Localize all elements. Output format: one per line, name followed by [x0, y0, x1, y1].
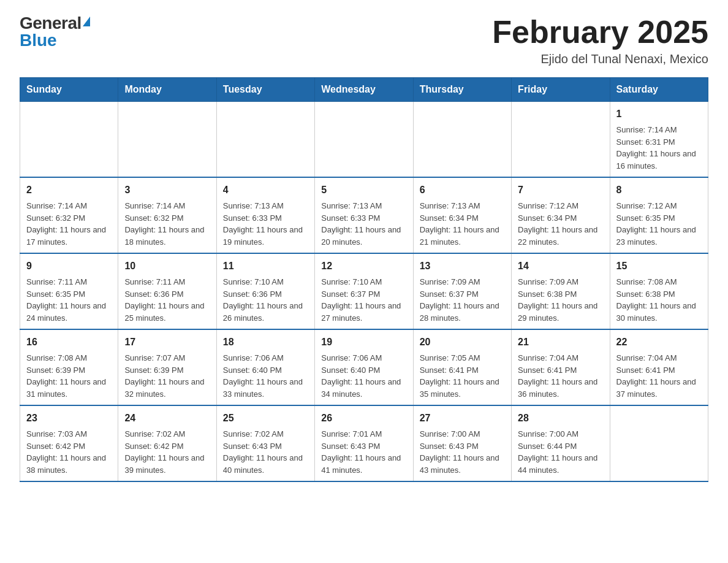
day-info: Sunrise: 7:04 AM Sunset: 6:41 PM Dayligh…	[616, 352, 702, 400]
day-number: 15	[616, 259, 702, 274]
weekday-header-sunday: Sunday	[20, 78, 118, 102]
day-info: Sunrise: 7:00 AM Sunset: 6:44 PM Dayligh…	[518, 428, 603, 476]
day-info: Sunrise: 7:02 AM Sunset: 6:42 PM Dayligh…	[124, 428, 210, 476]
day-info: Sunrise: 7:01 AM Sunset: 6:43 PM Dayligh…	[321, 428, 406, 476]
calendar-cell: 19Sunrise: 7:06 AM Sunset: 6:40 PM Dayli…	[315, 329, 413, 405]
day-number: 19	[321, 335, 406, 350]
day-info: Sunrise: 7:08 AM Sunset: 6:39 PM Dayligh…	[26, 352, 112, 400]
day-number: 5	[321, 183, 406, 197]
day-number: 6	[420, 183, 505, 197]
day-number: 20	[420, 335, 505, 350]
calendar-cell: 20Sunrise: 7:05 AM Sunset: 6:41 PM Dayli…	[413, 329, 511, 405]
logo: General Blue	[20, 15, 90, 49]
calendar-cell: 28Sunrise: 7:00 AM Sunset: 6:44 PM Dayli…	[512, 405, 610, 481]
calendar-cell: 23Sunrise: 7:03 AM Sunset: 6:42 PM Dayli…	[20, 405, 118, 481]
calendar-cell: 1Sunrise: 7:14 AM Sunset: 6:31 PM Daylig…	[610, 102, 708, 178]
calendar-cell: 5Sunrise: 7:13 AM Sunset: 6:33 PM Daylig…	[315, 177, 413, 253]
calendar-cell: 13Sunrise: 7:09 AM Sunset: 6:37 PM Dayli…	[413, 253, 511, 329]
day-info: Sunrise: 7:08 AM Sunset: 6:38 PM Dayligh…	[616, 276, 702, 324]
day-number: 13	[420, 259, 505, 274]
day-number: 8	[616, 183, 702, 197]
calendar-cell: 2Sunrise: 7:14 AM Sunset: 6:32 PM Daylig…	[20, 177, 118, 253]
calendar-cell: 15Sunrise: 7:08 AM Sunset: 6:38 PM Dayli…	[610, 253, 708, 329]
day-info: Sunrise: 7:10 AM Sunset: 6:37 PM Dayligh…	[321, 276, 406, 324]
calendar-cell	[610, 405, 708, 481]
calendar-cell: 7Sunrise: 7:12 AM Sunset: 6:34 PM Daylig…	[512, 177, 610, 253]
day-info: Sunrise: 7:05 AM Sunset: 6:41 PM Dayligh…	[420, 352, 505, 400]
day-info: Sunrise: 7:02 AM Sunset: 6:43 PM Dayligh…	[223, 428, 308, 476]
calendar-cell: 9Sunrise: 7:11 AM Sunset: 6:35 PM Daylig…	[20, 253, 118, 329]
day-number: 16	[26, 335, 112, 350]
calendar-cell	[216, 102, 314, 178]
day-number: 21	[518, 335, 603, 350]
day-info: Sunrise: 7:14 AM Sunset: 6:32 PM Dayligh…	[124, 200, 210, 248]
day-info: Sunrise: 7:03 AM Sunset: 6:42 PM Dayligh…	[26, 428, 112, 476]
calendar-cell	[315, 102, 413, 178]
calendar-week-row: 9Sunrise: 7:11 AM Sunset: 6:35 PM Daylig…	[20, 253, 708, 329]
logo-triangle-icon	[83, 17, 90, 26]
logo-blue-text: Blue	[20, 32, 57, 49]
day-number: 3	[124, 183, 210, 197]
day-number: 1	[616, 107, 702, 121]
day-number: 14	[518, 259, 603, 274]
weekday-header-saturday: Saturday	[610, 78, 708, 102]
calendar-cell	[118, 102, 216, 178]
day-number: 10	[124, 259, 210, 274]
day-number: 23	[26, 411, 112, 426]
calendar-week-row: 1Sunrise: 7:14 AM Sunset: 6:31 PM Daylig…	[20, 102, 708, 178]
day-info: Sunrise: 7:07 AM Sunset: 6:39 PM Dayligh…	[124, 352, 210, 400]
calendar-cell: 17Sunrise: 7:07 AM Sunset: 6:39 PM Dayli…	[118, 329, 216, 405]
weekday-header-wednesday: Wednesday	[315, 78, 413, 102]
month-title: February 2025	[492, 15, 708, 50]
day-number: 4	[223, 183, 308, 197]
calendar-cell: 16Sunrise: 7:08 AM Sunset: 6:39 PM Dayli…	[20, 329, 118, 405]
day-info: Sunrise: 7:13 AM Sunset: 6:33 PM Dayligh…	[321, 200, 406, 248]
title-area: February 2025 Ejido del Tunal Nenaxi, Me…	[492, 15, 708, 66]
calendar-week-row: 16Sunrise: 7:08 AM Sunset: 6:39 PM Dayli…	[20, 329, 708, 405]
day-number: 27	[420, 411, 505, 426]
calendar-cell: 6Sunrise: 7:13 AM Sunset: 6:34 PM Daylig…	[413, 177, 511, 253]
day-info: Sunrise: 7:10 AM Sunset: 6:36 PM Dayligh…	[223, 276, 308, 324]
calendar-header: SundayMondayTuesdayWednesdayThursdayFrid…	[20, 78, 708, 102]
weekday-header-friday: Friday	[512, 78, 610, 102]
calendar-week-row: 23Sunrise: 7:03 AM Sunset: 6:42 PM Dayli…	[20, 405, 708, 481]
calendar-cell	[512, 102, 610, 178]
day-number: 2	[26, 183, 112, 197]
day-number: 17	[124, 335, 210, 350]
calendar-cell: 3Sunrise: 7:14 AM Sunset: 6:32 PM Daylig…	[118, 177, 216, 253]
calendar-cell: 18Sunrise: 7:06 AM Sunset: 6:40 PM Dayli…	[216, 329, 314, 405]
calendar-cell: 12Sunrise: 7:10 AM Sunset: 6:37 PM Dayli…	[315, 253, 413, 329]
calendar-body: 1Sunrise: 7:14 AM Sunset: 6:31 PM Daylig…	[20, 102, 708, 482]
header: General Blue February 2025 Ejido del Tun…	[20, 15, 708, 66]
day-number: 11	[223, 259, 308, 274]
weekday-header-tuesday: Tuesday	[216, 78, 314, 102]
day-info: Sunrise: 7:00 AM Sunset: 6:43 PM Dayligh…	[420, 428, 505, 476]
day-info: Sunrise: 7:11 AM Sunset: 6:35 PM Dayligh…	[26, 276, 112, 324]
calendar-cell: 25Sunrise: 7:02 AM Sunset: 6:43 PM Dayli…	[216, 405, 314, 481]
calendar-cell: 4Sunrise: 7:13 AM Sunset: 6:33 PM Daylig…	[216, 177, 314, 253]
day-number: 22	[616, 335, 702, 350]
calendar-week-row: 2Sunrise: 7:14 AM Sunset: 6:32 PM Daylig…	[20, 177, 708, 253]
calendar-cell: 22Sunrise: 7:04 AM Sunset: 6:41 PM Dayli…	[610, 329, 708, 405]
day-number: 7	[518, 183, 603, 197]
logo-general-text: General	[20, 15, 82, 32]
calendar-cell	[413, 102, 511, 178]
day-info: Sunrise: 7:13 AM Sunset: 6:33 PM Dayligh…	[223, 200, 308, 248]
location: Ejido del Tunal Nenaxi, Mexico	[492, 52, 708, 66]
day-info: Sunrise: 7:06 AM Sunset: 6:40 PM Dayligh…	[321, 352, 406, 400]
day-number: 26	[321, 411, 406, 426]
day-info: Sunrise: 7:14 AM Sunset: 6:31 PM Dayligh…	[616, 124, 702, 172]
day-number: 25	[223, 411, 308, 426]
day-info: Sunrise: 7:06 AM Sunset: 6:40 PM Dayligh…	[223, 352, 308, 400]
calendar: SundayMondayTuesdayWednesdayThursdayFrid…	[20, 77, 708, 482]
day-info: Sunrise: 7:12 AM Sunset: 6:35 PM Dayligh…	[616, 200, 702, 248]
calendar-cell	[20, 102, 118, 178]
weekday-header-monday: Monday	[118, 78, 216, 102]
day-info: Sunrise: 7:09 AM Sunset: 6:38 PM Dayligh…	[518, 276, 603, 324]
calendar-cell: 27Sunrise: 7:00 AM Sunset: 6:43 PM Dayli…	[413, 405, 511, 481]
calendar-cell: 11Sunrise: 7:10 AM Sunset: 6:36 PM Dayli…	[216, 253, 314, 329]
weekday-header-row: SundayMondayTuesdayWednesdayThursdayFrid…	[20, 78, 708, 102]
day-info: Sunrise: 7:13 AM Sunset: 6:34 PM Dayligh…	[420, 200, 505, 248]
calendar-cell: 10Sunrise: 7:11 AM Sunset: 6:36 PM Dayli…	[118, 253, 216, 329]
day-info: Sunrise: 7:14 AM Sunset: 6:32 PM Dayligh…	[26, 200, 112, 248]
